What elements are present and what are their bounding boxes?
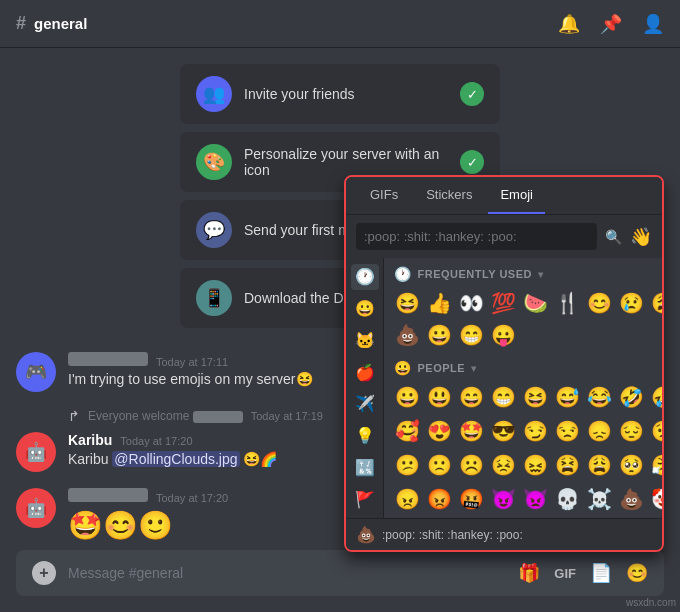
emoji-cell[interactable]: 😞: [584, 416, 614, 446]
emoji-cell[interactable]: 😕: [392, 450, 422, 480]
emoji-cell[interactable]: 😃: [424, 382, 454, 412]
emoji-cell[interactable]: 😂: [584, 382, 614, 412]
bell-icon[interactable]: 🔔: [558, 13, 580, 35]
category-people: 😀 PEOPLE ▾: [384, 352, 662, 380]
emoji-cell[interactable]: 😄: [456, 382, 486, 412]
emoji-cell[interactable]: 😆: [392, 288, 422, 318]
add-button[interactable]: +: [32, 561, 56, 585]
tab-gifs[interactable]: GIFs: [358, 177, 410, 214]
emoji-cell[interactable]: 😛: [488, 320, 518, 350]
emoji-cell[interactable]: 💩: [392, 320, 422, 350]
timestamp-1: Today at 17:11: [156, 356, 228, 368]
emoji-cell[interactable]: 😎: [488, 416, 518, 446]
tab-emoji[interactable]: Emoji: [488, 177, 545, 214]
emoji-cell[interactable]: 😫: [552, 450, 582, 480]
emoji-cell[interactable]: 😣: [488, 450, 518, 480]
sidebar-flags-icon[interactable]: 🚩: [351, 486, 379, 512]
people-emoji-grid-4: 😠 😡 🤬 😈 👿 💀 ☠️ 💩 🤡: [384, 482, 662, 516]
emoji-cell[interactable]: 😆: [520, 382, 550, 412]
emoji-cell[interactable]: 🤩: [456, 416, 486, 446]
sidebar-nature-icon[interactable]: 🐱: [351, 328, 379, 354]
freq-emoji-grid: 😆 👍 👀 💯 🍉 🍴 😊 😢 😩 💩 😀 😁 😛: [384, 286, 662, 352]
emoji-cell[interactable]: 😈: [488, 484, 518, 514]
emoji-cell[interactable]: 😊: [584, 288, 614, 318]
emoji-cell[interactable]: 🍴: [552, 288, 582, 318]
sidebar-travel-icon[interactable]: ✈️: [351, 391, 379, 417]
reply-arrow-icon: ↱: [68, 408, 80, 424]
sidebar-recent-icon[interactable]: 🕐: [351, 264, 379, 290]
emoji-cell[interactable]: 😖: [520, 450, 550, 480]
emoji-cell[interactable]: 💯: [488, 288, 518, 318]
category-frequently-used: 🕐 FREQUENTLY USED ▾: [384, 258, 662, 286]
username-3: [68, 488, 148, 502]
chat-main: 👥 Invite your friends ✓ 🎨 Personalize yo…: [0, 48, 680, 612]
emoji-cell[interactable]: 😒: [552, 416, 582, 446]
emoji-cell[interactable]: 😢: [616, 288, 646, 318]
sticker-icon[interactable]: 📄: [590, 562, 612, 584]
personalize-icon: 🎨: [196, 144, 232, 180]
picker-search-input[interactable]: [356, 223, 597, 250]
emoji-cell[interactable]: 😡: [424, 484, 454, 514]
gift-icon[interactable]: 🎁: [518, 562, 540, 584]
timestamp-2: Today at 17:20: [120, 435, 192, 447]
emoji-cell[interactable]: 👿: [520, 484, 550, 514]
emoji-cell[interactable]: 👀: [456, 288, 486, 318]
tab-stickers[interactable]: Stickers: [414, 177, 484, 214]
picker-body-container: 🕐 😀 🐱 🍎 ✈️ 💡 🔣 🚩 🕐 FREQUENTLY USED ▾ �: [346, 258, 662, 518]
emoji-cell[interactable]: 😀: [392, 382, 422, 412]
picker-tabs: GIFs Stickers Emoji: [346, 177, 662, 215]
emoji-cell[interactable]: 🥺: [616, 450, 646, 480]
emoji-cell[interactable]: 😩: [584, 450, 614, 480]
invite-label: Invite your friends: [244, 86, 448, 102]
hash-icon: #: [16, 13, 26, 34]
emoji-cell[interactable]: 🤡: [648, 484, 662, 514]
message-input-box[interactable]: + Message #general 🎁 GIF 📄 😊: [16, 550, 664, 596]
emoji-cell[interactable]: 😅: [552, 382, 582, 412]
invite-check: ✓: [460, 82, 484, 106]
freq-cat-icon: 🕐: [394, 266, 412, 282]
members-icon[interactable]: 👤: [642, 13, 664, 35]
picker-footer: 💩 :poop: :shit: :hankey: :poo:: [346, 518, 662, 550]
emoji-cell[interactable]: 🥰: [392, 416, 422, 446]
emoji-cell[interactable]: 🤣: [616, 382, 646, 412]
channel-header: # general 🔔 📌 👤: [0, 0, 680, 48]
picker-search: 🔍 👋: [346, 215, 662, 258]
emoji-cell[interactable]: 😏: [520, 416, 550, 446]
emoji-cell[interactable]: 👍: [424, 288, 454, 318]
emoji-cell[interactable]: 😟: [648, 416, 662, 446]
invite-icon: 👥: [196, 76, 232, 112]
sidebar-people-icon[interactable]: 😀: [351, 296, 379, 322]
emoji-cell[interactable]: 🙁: [424, 450, 454, 480]
search-icon: 🔍: [605, 229, 622, 245]
emoji-cell[interactable]: ☹️: [456, 450, 486, 480]
emoji-cell[interactable]: 😤: [648, 450, 662, 480]
emoji-cell[interactable]: 😍: [424, 416, 454, 446]
emoji-cell[interactable]: ☠️: [584, 484, 614, 514]
emoji-cell[interactable]: 🤬: [456, 484, 486, 514]
gif-icon[interactable]: GIF: [554, 566, 576, 581]
emoji-cell[interactable]: 😁: [456, 320, 486, 350]
people-cat-arrow: ▾: [471, 363, 477, 374]
people-cat-label: PEOPLE: [418, 362, 466, 374]
emoji-cell[interactable]: 🤣: [648, 382, 662, 412]
timestamp-3: Today at 17:20: [156, 492, 228, 504]
emoji-cell[interactable]: 😩: [648, 288, 662, 318]
emoji-cell[interactable]: 😁: [488, 382, 518, 412]
emoji-cell[interactable]: 🍉: [520, 288, 550, 318]
emoji-cell[interactable]: 💀: [552, 484, 582, 514]
emoji-cell[interactable]: 😠: [392, 484, 422, 514]
people-emoji-grid-1: 😀 😃 😄 😁 😆 😅 😂 🤣 🤣: [384, 380, 662, 414]
input-placeholder: Message #general: [68, 565, 506, 581]
waving-icon: 👋: [630, 226, 652, 248]
sidebar-objects-icon[interactable]: 💡: [351, 423, 379, 449]
avatar-2: 🤖: [16, 432, 56, 472]
emoji-cell[interactable]: 😔: [616, 416, 646, 446]
sidebar-symbols-icon[interactable]: 🔣: [351, 455, 379, 481]
pin-icon[interactable]: 📌: [600, 13, 622, 35]
emoji-icon[interactable]: 😊: [626, 562, 648, 584]
emoji-cell[interactable]: 😀: [424, 320, 454, 350]
footer-text: :poop: :shit: :hankey: :poo:: [382, 528, 523, 542]
sidebar-food-icon[interactable]: 🍎: [351, 359, 379, 385]
checklist-item-invite[interactable]: 👥 Invite your friends ✓: [180, 64, 500, 124]
emoji-cell[interactable]: 💩: [616, 484, 646, 514]
